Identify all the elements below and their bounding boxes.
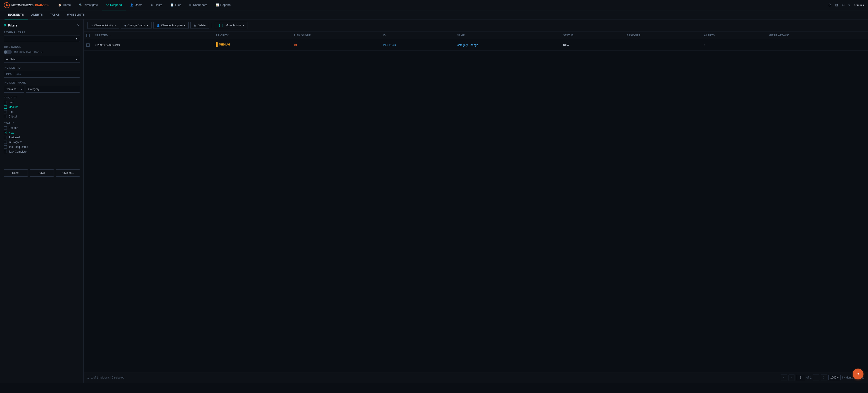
chevron-down-icon: ▾ xyxy=(147,24,148,27)
layout-icon[interactable]: ⊟ xyxy=(835,3,838,7)
col-assignee: ASSIGNEE xyxy=(624,31,701,39)
row-name[interactable]: Category Change xyxy=(454,39,560,51)
filters-title: ▽ Filters xyxy=(4,24,18,27)
incidents-table: CREATED ↓ PRIORITY RISK SCORE ID xyxy=(84,31,868,51)
custom-date-label: CUSTOM DATE RANGE xyxy=(14,51,44,53)
nav-dashboard[interactable]: ⊞ Dashboard xyxy=(185,0,212,10)
status-reopen-checkbox[interactable] xyxy=(4,126,7,130)
nav-reports[interactable]: 📊 Reports xyxy=(212,0,235,10)
reset-button[interactable]: Reset xyxy=(4,169,28,176)
nav-home[interactable]: 🏠 Home xyxy=(54,0,75,10)
name-filter-operator-select[interactable]: Contains ▾ xyxy=(4,86,24,92)
row-select-cell[interactable] xyxy=(84,39,92,51)
priority-low-checkbox[interactable] xyxy=(4,101,7,104)
incident-name-label: INCIDENT NAME xyxy=(4,81,80,84)
status-assigned[interactable]: Assigned xyxy=(4,136,80,139)
col-created[interactable]: CREATED ↓ xyxy=(92,31,213,39)
fab-icon: ✦ xyxy=(857,371,860,376)
nav-right: ⏱ ⊟ ✂ ? admin ▾ xyxy=(828,3,864,7)
subnav-tasks[interactable]: TASKS xyxy=(46,10,64,20)
priority-high[interactable]: High xyxy=(4,110,80,113)
name-filter-input[interactable] xyxy=(26,86,80,92)
per-page-select[interactable]: 1000 ▾ xyxy=(829,375,841,380)
status-task-requested[interactable]: Task Requested xyxy=(4,145,80,148)
status-in-progress[interactable]: In Progress xyxy=(4,141,80,144)
priority-medium-checkbox[interactable] xyxy=(4,106,7,109)
status-new-checkbox[interactable] xyxy=(4,131,7,134)
saved-filters-select[interactable]: ▾ xyxy=(4,35,80,42)
fab-button[interactable]: ✦ xyxy=(852,369,864,380)
next-page-button[interactable]: › xyxy=(813,374,819,381)
users-icon: 👤 xyxy=(130,3,133,6)
col-id: ID xyxy=(380,31,454,39)
hosts-icon: 🖥 xyxy=(151,3,153,6)
status-task-complete-checkbox[interactable] xyxy=(4,150,7,153)
priority-medium[interactable]: Medium xyxy=(4,106,80,109)
top-nav: NETWITNESSPlatform 🏠 Home 🔍 Investigate … xyxy=(0,0,868,10)
first-page-button[interactable]: ⟪ xyxy=(781,374,787,381)
content-area: ⚠ Change Priority ▾ ◈ Change Status ▾ 👤 … xyxy=(84,20,868,383)
change-status-button[interactable]: ◈ Change Status ▾ xyxy=(121,22,152,29)
status-in-progress-checkbox[interactable] xyxy=(4,141,7,144)
help-icon[interactable]: ? xyxy=(848,3,850,7)
col-mitre: MITRE ATT&CK xyxy=(766,31,868,39)
priority-high-checkbox[interactable] xyxy=(4,110,7,113)
more-actions-button[interactable]: ⋮⋮ More Actions ▾ xyxy=(215,22,247,29)
nav-respond[interactable]: 🛡 Respond xyxy=(102,0,126,10)
investigate-icon: 🔍 xyxy=(79,3,82,6)
delete-button[interactable]: 🗑 Delete xyxy=(190,22,209,29)
page-input[interactable] xyxy=(796,375,805,380)
status-task-requested-checkbox[interactable] xyxy=(4,145,7,148)
row-id[interactable]: INC-11934 xyxy=(380,39,454,51)
row-checkbox[interactable] xyxy=(86,44,90,47)
save-as-button[interactable]: Save as... xyxy=(56,169,80,176)
nav-items: 🏠 Home 🔍 Investigate 🛡 Respond 👤 Users 🖥… xyxy=(54,0,828,10)
save-button[interactable]: Save xyxy=(30,169,54,176)
status-reopen[interactable]: Reopen xyxy=(4,126,80,130)
total-pages: 1 xyxy=(810,376,812,379)
table-row[interactable]: 08/09/2024 09:44:49 MEDIUM 40 I xyxy=(84,39,868,51)
priority-low[interactable]: Low xyxy=(4,101,80,104)
priority-critical-checkbox[interactable] xyxy=(4,115,7,118)
change-priority-button[interactable]: ⚠ Change Priority ▾ xyxy=(87,22,119,29)
logo[interactable]: NETWITNESSPlatform xyxy=(4,2,49,8)
status-new[interactable]: New xyxy=(4,131,80,134)
subnav-whitelists[interactable]: WHITELISTS xyxy=(63,10,88,20)
subnav-incidents[interactable]: INCIDENTS xyxy=(4,10,28,20)
incident-name-link[interactable]: Category Change xyxy=(457,44,478,47)
admin-menu[interactable]: admin ▾ xyxy=(854,3,864,7)
change-assignee-button[interactable]: 👤 Change Assignee ▾ xyxy=(153,22,189,29)
sidebar-header: ▽ Filters ✕ xyxy=(4,23,80,27)
dashboard-icon: ⊞ xyxy=(189,3,191,6)
nav-hosts[interactable]: 🖥 Hosts xyxy=(147,0,166,10)
main-layout: ▽ Filters ✕ SAVED FILTERS ▾ TIME RANGE C… xyxy=(0,20,868,383)
name-filter-row: Contains ▾ xyxy=(4,86,80,92)
tools-icon[interactable]: ✂ xyxy=(842,3,845,7)
row-alerts: 1 xyxy=(701,39,766,51)
last-page-button[interactable]: ⟫ xyxy=(821,374,827,381)
prev-page-button[interactable]: ‹ xyxy=(788,374,795,381)
select-all-checkbox[interactable] xyxy=(86,34,90,37)
footer-info: 1 - 1 of 1 Incidents | 0 selected xyxy=(87,376,124,379)
row-priority: MEDIUM xyxy=(213,39,291,51)
custom-date-toggle[interactable] xyxy=(4,50,12,54)
clock-icon[interactable]: ⏱ xyxy=(828,3,832,7)
sub-nav: INCIDENTS ALERTS TASKS WHITELISTS xyxy=(0,10,868,20)
nav-investigate[interactable]: 🔍 Investigate xyxy=(75,0,102,10)
close-filters-button[interactable]: ✕ xyxy=(77,23,80,27)
nav-users[interactable]: 👤 Users xyxy=(126,0,147,10)
status-task-complete[interactable]: Task Complete xyxy=(4,150,80,153)
svg-point-1 xyxy=(6,4,8,6)
time-range-select[interactable]: All Data ▾ xyxy=(4,56,80,63)
subnav-alerts[interactable]: ALERTS xyxy=(28,10,46,20)
sidebar-footer: Reset Save Save as... xyxy=(4,167,80,177)
status-assigned-checkbox[interactable] xyxy=(4,136,7,139)
nav-files[interactable]: 📄 Files xyxy=(166,0,185,10)
chevron-down-icon: ▾ xyxy=(184,24,185,27)
incident-id-input[interactable] xyxy=(14,71,80,78)
row-risk-score: 40 xyxy=(291,39,380,51)
incident-id-link[interactable]: INC-11934 xyxy=(383,44,396,47)
priority-critical[interactable]: Critical xyxy=(4,115,80,118)
respond-icon: 🛡 xyxy=(106,3,109,6)
select-all-header[interactable] xyxy=(84,31,92,39)
